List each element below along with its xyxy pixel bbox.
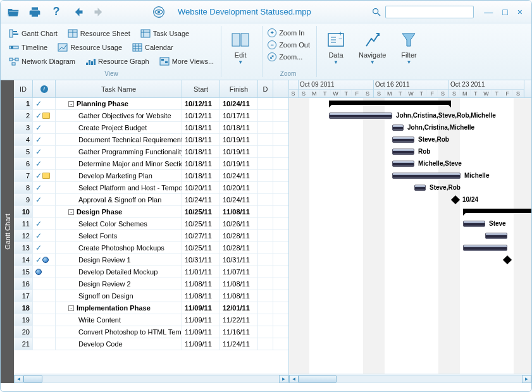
cell-name[interactable]: -Design Phase [56,206,182,217]
gantt-task-bar[interactable] [329,113,392,119]
table-row[interactable]: 4✓Document Technical Requirements10/18/1… [14,134,288,146]
cell-finish[interactable]: 10/24/11 [220,98,258,109]
back-icon[interactable] [70,4,85,20]
zoom-zoom-[interactable]: ⤢Zoom... [266,51,311,63]
cell-name[interactable]: Design Review 1 [56,254,182,266]
cell-name[interactable]: Select Color Schemes [56,218,182,230]
scroll-right-button[interactable]: ► [279,375,288,383]
cell-finish[interactable]: 10/19/11 [220,134,258,145]
cell-d[interactable] [258,314,273,326]
cell-finish[interactable]: 10/17/11 [220,110,258,121]
cell-finish[interactable]: 11/08/11 [220,206,258,217]
col-header-id[interactable]: ID [14,80,33,97]
table-row[interactable]: 7✓Develop Marketing Plan10/18/1110/24/11 [14,170,288,182]
cell-name[interactable]: Write Content [56,314,182,326]
cell-start[interactable]: 10/12/11 [182,98,220,109]
cell-finish[interactable]: 11/07/11 [220,266,258,278]
cell-finish[interactable]: 11/24/11 [220,338,258,350]
cell-d[interactable] [258,338,273,350]
cell-finish[interactable]: 11/08/11 [220,290,258,302]
col-header-start[interactable]: Start [182,80,220,97]
cell-name[interactable]: Create Photoshop Mockups [56,242,182,254]
zoom-zoom-out[interactable]: −Zoom Out [266,39,311,51]
cell-finish[interactable]: 11/08/11 [220,278,258,290]
cell-d[interactable] [258,158,273,169]
cell-finish[interactable]: 10/31/11 [220,254,258,266]
gantt-summary-bar[interactable] [329,101,451,105]
cell-finish[interactable]: 10/19/11 [220,158,258,169]
view-network-diagram[interactable]: Network Diagram [7,55,77,68]
gantt-hscrollbar[interactable]: ◄ ► [289,374,531,383]
close-button[interactable]: × [517,7,523,17]
edit-button[interactable]: Edit ▼ [224,27,257,77]
grid-hscrollbar[interactable]: ◄ ► [14,374,288,383]
cell-d[interactable] [258,278,273,290]
table-row[interactable]: 14✓Design Review 110/31/1110/31/11 [14,254,288,266]
filter-button[interactable]: Filter ▼ [392,27,425,77]
cell-d[interactable] [258,134,273,145]
cell-finish[interactable]: 10/28/11 [220,242,258,254]
gantt-task-bar[interactable] [485,233,507,239]
view-more-views-[interactable]: More Views... [158,55,216,68]
cell-finish[interactable]: 11/16/11 [220,326,258,338]
cell-d[interactable] [258,206,273,217]
scroll-right-button[interactable]: ► [522,375,531,383]
cell-d[interactable] [258,218,273,230]
view-timeline[interactable]: Timeline [7,41,49,54]
cell-d[interactable] [258,194,273,205]
view-calendar[interactable]: Calendar [130,41,175,54]
cell-start[interactable]: 10/25/11 [182,242,220,254]
cell-d[interactable] [258,326,273,338]
cell-d[interactable] [258,242,273,254]
table-row[interactable]: 20Convert Photoshop to HTML Templ...11/0… [14,326,288,338]
cell-start[interactable]: 11/09/11 [182,326,220,338]
view-resource-usage[interactable]: Resource Usage [56,41,124,54]
table-row[interactable]: 17Signoff on Design11/08/1111/08/11 [14,290,288,302]
cell-start[interactable]: 11/08/11 [182,278,220,290]
cell-name[interactable]: Create Project Budget [56,122,182,133]
cell-name[interactable]: Select Platform and Host - Tempor... [56,182,182,193]
cell-d[interactable] [258,266,273,278]
cell-name[interactable]: Convert Photoshop to HTML Templ... [56,326,182,338]
table-row[interactable]: 18-Implementation Phase11/09/1112/01/11 [14,302,288,314]
table-row[interactable]: 5✓Gather Programming Functionality10/18/… [14,146,288,158]
cell-start[interactable]: 10/18/11 [182,170,220,181]
gantt-task-bar[interactable] [463,245,507,251]
cell-finish[interactable]: 10/24/11 [220,194,258,205]
gantt-task-bar[interactable] [392,137,414,143]
cell-finish[interactable]: 10/24/11 [220,170,258,181]
cell-start[interactable]: 10/12/11 [182,110,220,121]
scroll-track[interactable] [299,375,522,383]
cell-finish[interactable]: 10/26/11 [220,218,258,230]
cell-name[interactable]: Gather Objectives for Website [56,110,182,121]
table-row[interactable]: 16Design Review 211/08/1111/08/11 [14,278,288,290]
col-header-finish[interactable]: Finish [220,80,258,97]
cell-start[interactable]: 10/25/11 [182,218,220,230]
gantt-body[interactable]: John,Cristina,Steve,Rob,MichelleJohn,Cri… [289,98,531,374]
cell-finish[interactable]: 11/22/11 [220,314,258,326]
col-header-indicator[interactable]: i [33,80,56,97]
cell-name[interactable]: Select Fonts [56,230,182,242]
cell-start[interactable]: 10/18/11 [182,122,220,133]
cell-start[interactable]: 11/01/11 [182,266,220,278]
cell-finish[interactable]: 10/28/11 [220,230,258,242]
view-task-usage[interactable]: Task Usage [139,27,191,40]
minimize-button[interactable]: — [484,7,493,17]
cell-name[interactable]: Design Review 2 [56,278,182,290]
scroll-thumb[interactable] [23,376,42,383]
table-row[interactable]: 9✓Approval & Signoff on Plan10/24/1110/2… [14,194,288,206]
navigate-button[interactable]: Navigate ▼ [352,27,392,77]
gantt-task-bar[interactable] [392,149,414,155]
view-gantt-chart[interactable]: Gantt Chart [7,27,59,40]
scroll-track[interactable] [23,375,279,383]
cell-name[interactable]: Gather Programming Functionality [56,146,182,157]
scroll-thumb[interactable] [299,376,337,383]
cell-name[interactable]: Signoff on Design [56,290,182,302]
view-resource-sheet[interactable]: Resource Sheet [66,27,132,40]
table-row[interactable]: 2✓Gather Objectives for Website10/12/111… [14,110,288,122]
cell-d[interactable] [258,230,273,242]
table-row[interactable]: 12✓Select Fonts10/27/1110/28/11 [14,230,288,242]
print-icon[interactable] [27,4,42,20]
col-header-d[interactable]: D [258,80,273,97]
help-icon[interactable]: ? [49,4,64,20]
